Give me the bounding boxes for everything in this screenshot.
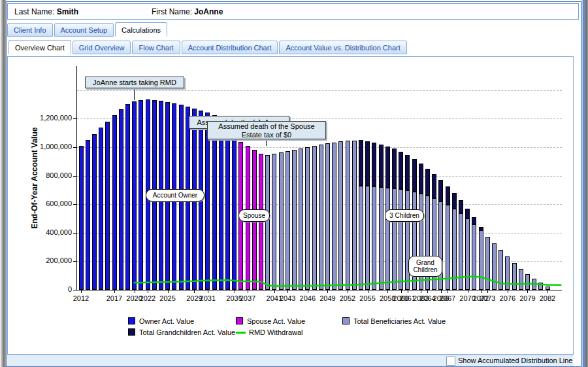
bar-2058 [385,66,390,290]
bar-segment-grandchildren [365,141,370,186]
bar-2043 [286,66,290,290]
main-tab-bar: Client InfoAccount SetupCalculations [7,22,169,39]
bar-2022 [146,66,150,290]
chart-plot-area: 2012201720202022202520292031203520372041… [76,66,562,290]
bar-2054 [359,66,363,290]
bar-segment-beneficiaries [392,188,397,290]
y-axis-tick-mark [73,204,76,205]
x-axis-tick-mark [274,290,275,293]
bar-group-label-grandchildren-oval: GrandChildren [408,256,442,277]
legend-item-rmd-withdrawal: RMD Withdrawal [236,328,303,336]
bar-2082 [546,66,550,290]
subtab-account-distribution-chart[interactable]: Account Distribution Chart [182,41,278,54]
bar-2056 [372,66,376,290]
bar-segment-beneficiaries [372,186,376,290]
bar-segment-owner [119,109,123,290]
bar-2057 [379,66,384,290]
bar-segment-beneficiaries [485,237,490,290]
bar-segment-beneficiaries [299,149,303,290]
bar-segment-owner [86,140,90,290]
bar-2059 [392,66,397,290]
x-axis-tick-mark [327,290,328,293]
legend-swatch-spouse-act-value [236,317,243,324]
bottom-option-bar: Show Accumulated Distribution Line [7,355,574,366]
bar-2024 [159,66,163,290]
bar-segment-beneficiaries [338,141,343,290]
bar-segment-beneficiaries [505,256,510,290]
bar-segment-owner [232,124,237,290]
bar-2060 [399,66,403,290]
tab-client-info[interactable]: Client Info [7,23,53,37]
show-accumulated-distribution-checkbox[interactable] [446,357,455,366]
annotation-death-spouse: Assumed death of the SpouseEstate tax of… [207,121,326,139]
bar-segment-beneficiaries [512,263,517,290]
bar-segment-beneficiaries [519,269,523,290]
bar-segment-beneficiaries [465,218,470,290]
x-axis-tick-mark [527,290,528,293]
bar-2073 [485,66,490,290]
subtab-grid-overview[interactable]: Grid Overview [73,41,131,54]
tab-calculations[interactable]: Calculations [115,22,167,37]
bar-segment-beneficiaries [538,283,543,290]
y-axis-tick-mark [73,233,76,234]
last-name-field: Last Name: Smith [14,7,78,16]
subtab-overview-chart[interactable]: Overview Chart [8,40,71,54]
legend-swatch-total-grandchildren-act-value [128,328,135,336]
chart-tab-bar: Overview ChartGrid OverviewFlow ChartAcc… [8,40,408,56]
bar-segment-beneficiaries [525,274,530,290]
bar-2055 [365,66,370,290]
bar-2072 [479,66,483,290]
x-axis-tick-mark [508,290,508,293]
subtab-flow-chart[interactable]: Flow Chart [132,41,180,54]
bar-2053 [352,66,357,290]
bar-2017 [112,66,117,290]
y-axis-tick-mark [73,261,76,262]
annotation-text: JoAnne starts taking RMD [86,77,184,88]
bar-2034 [225,66,230,290]
bar-2027 [179,66,184,290]
bar-segment-owner [112,115,117,290]
window-right-edge[interactable] [581,0,588,367]
bar-segment-grandchildren [459,200,463,213]
bar-segment-beneficiaries [472,224,476,290]
annotation-callout-line [266,139,267,146]
legend-item-spouse-act-value: Spouse Act. Value [236,317,305,325]
subtab-account-value-vs-distribution-chart[interactable]: Account Value vs. Distribution Chart [279,41,406,54]
bar-2019 [125,66,130,290]
legend-label: Total Grandchildren Act. Value [139,328,235,336]
bar-2071 [472,66,476,290]
x-axis-tick-label: 2082 [536,294,559,302]
y-axis-tick-label: 600,000 [20,200,72,207]
bar-group-label-owner-oval: Account Owner [146,189,204,201]
bar-2025 [165,66,170,290]
bar-segment-grandchildren [359,140,363,185]
first-name-field: First Name: JoAnne [152,7,223,16]
bar-2036 [238,66,243,290]
bar-segment-beneficiaries [479,230,483,290]
legend-swatch-owner-act-value [128,317,135,324]
bar-segment-owner [219,118,223,290]
bar-2075 [498,66,503,290]
bar-2038 [252,66,257,290]
x-axis-tick-mark [468,290,468,293]
bar-segment-owner [225,120,230,290]
bar-segment-grandchildren [392,149,397,188]
bar-2035 [232,66,237,290]
bar-segment-grandchildren [452,193,457,209]
x-axis-tick-mark [408,290,408,293]
bar-segment-grandchildren [438,180,443,201]
legend-label: Total Beneficiaries Act. Value [353,317,446,325]
tab-account-setup[interactable]: Account Setup [54,23,114,37]
bar-segment-grandchildren [412,159,417,192]
bar-segment-beneficiaries [385,188,390,290]
x-axis-tick-mark [148,290,148,293]
bar-segment-beneficiaries [459,213,463,290]
bar-2050 [332,66,336,290]
bar-2028 [186,66,190,290]
bar-2015 [99,66,103,290]
bar-segment-owner [99,128,103,290]
y-axis-tick-mark [73,147,76,148]
y-axis-tick-label: 800,000 [20,171,72,179]
x-axis-tick-mark [235,290,235,293]
x-axis-tick-mark [114,290,115,293]
